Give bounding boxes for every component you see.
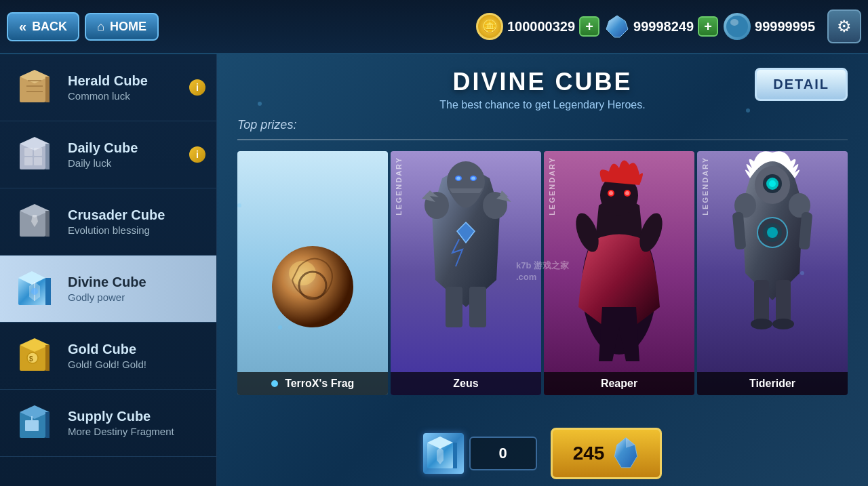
crusader-cube-name: Crusader Cube bbox=[68, 207, 205, 223]
gem-icon bbox=[724, 13, 751, 40]
svg-point-59 bbox=[609, 191, 613, 195]
svg-point-1 bbox=[726, 16, 748, 37]
detail-button[interactable]: DETAIL bbox=[755, 68, 848, 101]
buy-crystal-icon bbox=[612, 437, 639, 470]
divine-cube-icon bbox=[11, 265, 58, 312]
bottom-section: 0 245 bbox=[217, 428, 868, 479]
herald-cube-name: Herald Cube bbox=[68, 73, 184, 89]
prize-card-reaper[interactable]: LEGENDARY Reaper bbox=[544, 151, 694, 395]
prize-card-tiderider[interactable]: LEGENDARY Tiderider bbox=[697, 151, 848, 395]
reaper-label: Reaper bbox=[544, 372, 694, 395]
sidebar: Herald Cube Common luck i Daily Cube Dai… bbox=[0, 54, 217, 486]
gems-amount: 99999995 bbox=[755, 19, 815, 35]
zeus-art bbox=[391, 151, 541, 395]
herald-cube-icon bbox=[11, 64, 58, 111]
header: « BACK ⌂ HOME 🪙 100000329 + 9999 bbox=[0, 0, 868, 54]
prize-card-terrox[interactable]: TerroX's Frag bbox=[237, 151, 388, 395]
svg-point-70 bbox=[767, 227, 778, 238]
sidebar-item-crusader[interactable]: Crusader Cube Evolution blessing bbox=[0, 188, 216, 256]
supply-cube-desc: More Destiny Fragment bbox=[68, 426, 205, 437]
sidebar-item-gold[interactable]: $ Gold Cube Gold! Gold! Gold! bbox=[0, 323, 216, 390]
daily-cube-text: Daily Cube Daily luck bbox=[68, 140, 184, 169]
daily-cube-desc: Daily luck bbox=[68, 157, 184, 169]
coin-icon: 🪙 bbox=[476, 13, 503, 40]
zeus-label: Zeus bbox=[391, 372, 541, 395]
zeus-legendary-tag: LEGENDARY bbox=[395, 157, 403, 216]
buy-price: 245 bbox=[573, 443, 605, 464]
cube-counter: 0 bbox=[423, 433, 537, 474]
gems-currency: 99999995 bbox=[724, 13, 815, 40]
terrox-art bbox=[237, 151, 388, 395]
add-crystals-button[interactable]: + bbox=[698, 16, 718, 37]
cube-count-box: 0 bbox=[469, 437, 537, 470]
gold-cube-desc: Gold! Gold! Gold! bbox=[68, 359, 205, 370]
svg-point-78 bbox=[772, 319, 794, 329]
svg-rect-47 bbox=[446, 287, 462, 327]
back-label: BACK bbox=[32, 20, 67, 34]
section-divider bbox=[237, 139, 848, 140]
svg-point-67 bbox=[769, 180, 776, 187]
svg-rect-48 bbox=[469, 287, 486, 327]
svg-text:$: $ bbox=[29, 355, 33, 363]
coins-currency: 🪙 100000329 + bbox=[476, 13, 599, 40]
small-divine-cube-icon bbox=[423, 433, 464, 474]
supply-cube-icon bbox=[11, 399, 58, 447]
supply-cube-name: Supply Cube bbox=[68, 409, 205, 424]
home-icon: ⌂ bbox=[97, 20, 104, 34]
svg-point-43 bbox=[456, 177, 460, 180]
svg-point-36 bbox=[263, 237, 363, 337]
sidebar-item-daily[interactable]: Daily Cube Daily luck i bbox=[0, 121, 216, 188]
settings-button[interactable]: ⚙ bbox=[827, 9, 861, 43]
daily-cube-name: Daily Cube bbox=[68, 140, 184, 156]
currency-section: 🪙 100000329 + 99998249 + bbox=[476, 9, 861, 43]
reaper-art bbox=[544, 151, 694, 395]
daily-cube-icon bbox=[11, 131, 58, 178]
svg-point-60 bbox=[625, 191, 629, 195]
buy-button[interactable]: 245 bbox=[551, 428, 663, 479]
svg-marker-28 bbox=[45, 345, 50, 371]
sidebar-item-supply[interactable]: Supply Cube More Destiny Fragment bbox=[0, 390, 216, 457]
main-content: DIVINE CUBE The best chance to get Legen… bbox=[217, 54, 868, 486]
gold-cube-text: Gold Cube Gold! Gold! Gold! bbox=[68, 342, 205, 370]
coins-amount: 100000329 bbox=[507, 19, 575, 35]
svg-point-25 bbox=[31, 288, 38, 295]
svg-point-44 bbox=[471, 177, 475, 180]
back-button[interactable]: « BACK bbox=[7, 12, 79, 41]
herald-info-badge[interactable]: i bbox=[189, 79, 205, 96]
svg-rect-15 bbox=[34, 157, 42, 165]
crusader-cube-icon bbox=[11, 198, 58, 245]
home-label: HOME bbox=[110, 20, 146, 34]
dot-icon bbox=[271, 380, 278, 387]
tiderider-legendary-tag: LEGENDARY bbox=[701, 157, 709, 216]
divine-cube-name: Divine Cube bbox=[68, 275, 205, 290]
svg-rect-14 bbox=[24, 157, 33, 165]
svg-rect-34 bbox=[25, 420, 39, 431]
prize-card-zeus[interactable]: LEGENDARY Zeus bbox=[391, 151, 541, 395]
svg-marker-81 bbox=[453, 443, 457, 468]
cube-count: 0 bbox=[499, 445, 507, 462]
crusader-cube-text: Crusader Cube Evolution blessing bbox=[68, 207, 205, 236]
svg-point-2 bbox=[730, 19, 738, 26]
main-subtitle: The best chance to get Legendary Heroes. bbox=[237, 99, 848, 111]
sidebar-item-herald[interactable]: Herald Cube Common luck i bbox=[0, 54, 216, 121]
svg-marker-5 bbox=[45, 77, 50, 102]
sidebar-item-divine[interactable]: Divine Cube Godly power bbox=[0, 256, 216, 323]
gold-cube-name: Gold Cube bbox=[68, 342, 205, 357]
home-button[interactable]: ⌂ HOME bbox=[85, 13, 159, 41]
herald-cube-text: Herald Cube Common luck bbox=[68, 73, 184, 102]
divine-cube-desc: Godly power bbox=[68, 291, 205, 303]
crusader-cube-desc: Evolution blessing bbox=[68, 224, 205, 236]
tiderider-label: Tiderider bbox=[697, 372, 848, 395]
gold-cube-icon: $ bbox=[11, 332, 58, 380]
top-prizes-label: Top prizes: bbox=[237, 118, 848, 132]
svg-marker-18 bbox=[45, 211, 50, 237]
daily-info-badge[interactable]: i bbox=[189, 146, 205, 163]
crystals-amount: 99998249 bbox=[633, 19, 694, 35]
divine-cube-text: Divine Cube Godly power bbox=[68, 275, 205, 303]
crystals-currency: 99998249 + bbox=[605, 14, 718, 39]
prizes-grid: TerroX's Frag bbox=[237, 151, 848, 395]
add-coins-button[interactable]: + bbox=[579, 16, 599, 37]
herald-cube-desc: Common luck bbox=[68, 90, 184, 102]
svg-rect-13 bbox=[34, 148, 42, 156]
terrox-label: TerroX's Frag bbox=[237, 372, 388, 395]
